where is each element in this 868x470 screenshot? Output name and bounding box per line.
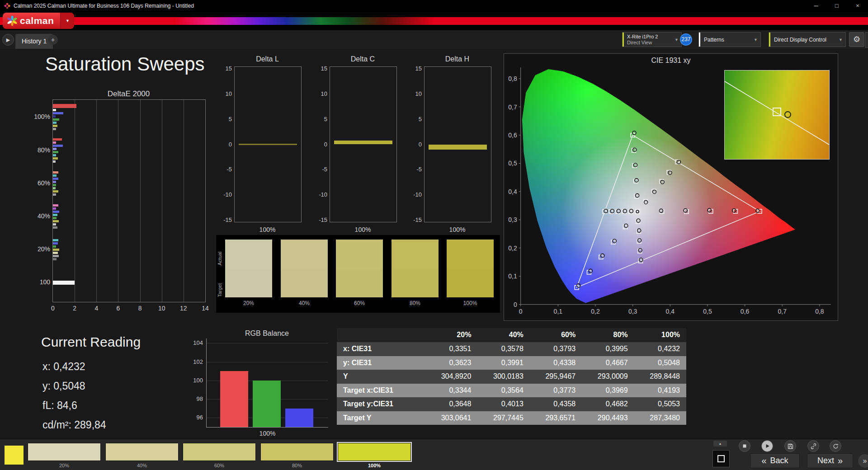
refresh-icon xyxy=(832,443,839,450)
table-cell: 0,3578 xyxy=(477,342,529,356)
window-icon xyxy=(717,455,725,462)
sweep-swatch xyxy=(336,240,383,297)
cie-chart-title: CIE 1931 xy xyxy=(504,56,838,65)
table-cell: 0,4667 xyxy=(582,356,634,370)
rgb-bar xyxy=(285,409,313,427)
next-button[interactable]: Next » xyxy=(807,453,853,468)
close-button[interactable]: × xyxy=(847,0,868,12)
pattern-level-button[interactable] xyxy=(183,443,256,461)
actual-swatch xyxy=(447,240,494,268)
refresh-button[interactable] xyxy=(830,440,841,452)
delta-l-xlabel: 100% xyxy=(234,226,301,233)
swatch-percent-label: 40% xyxy=(281,300,328,306)
deltae-bar xyxy=(53,118,59,121)
x-axis-tick: 12 xyxy=(178,305,189,312)
svg-text:0,5: 0,5 xyxy=(508,160,517,167)
svg-text:0,8: 0,8 xyxy=(815,308,824,315)
svg-text:0,4: 0,4 xyxy=(666,308,675,315)
deltae-bar xyxy=(53,109,56,111)
y-axis-tick: -15 xyxy=(312,216,327,223)
page-forward-button[interactable]: » xyxy=(858,454,868,468)
pattern-level-button[interactable] xyxy=(260,443,334,461)
deltae-bar xyxy=(53,171,58,174)
deltae-bar xyxy=(53,138,62,141)
meter-select[interactable]: X-Rite i1Pro 2 Direct View ▼ xyxy=(622,32,682,47)
target-point-marker xyxy=(773,108,781,116)
svg-text:0,3: 0,3 xyxy=(508,216,517,223)
history-nav-button[interactable]: ▶ xyxy=(2,34,14,46)
sweep-swatch xyxy=(447,240,494,297)
x-axis-tick: 2 xyxy=(69,305,80,312)
x-axis-tick: 0 xyxy=(47,305,58,312)
x-axis-tick: 14 xyxy=(200,305,211,312)
swatch-percent-label: 80% xyxy=(392,300,439,306)
deltae-bar xyxy=(53,226,57,229)
sweep-swatch xyxy=(225,240,272,297)
calman-menu-button[interactable]: calman ▼ xyxy=(3,13,74,29)
save-button[interactable] xyxy=(784,440,796,452)
x-axis-tick: 6 xyxy=(113,305,123,312)
link-meter-button[interactable] xyxy=(807,440,819,452)
deltae-bar xyxy=(53,281,75,285)
deltae-bar xyxy=(53,160,56,163)
deltae-bar xyxy=(53,141,56,144)
calman-logo[interactable]: calman xyxy=(3,13,60,29)
svg-text:0,3: 0,3 xyxy=(628,308,637,315)
gridline xyxy=(140,100,141,302)
deltae-bar xyxy=(53,104,76,108)
calman-menu-dropdown[interactable]: ▼ xyxy=(60,13,74,29)
stop-button[interactable] xyxy=(739,440,750,452)
scroll-up-icon[interactable]: ▲ xyxy=(713,441,727,446)
deltae-bar xyxy=(53,249,59,251)
deltae-bar xyxy=(53,128,56,130)
settings-gear-button[interactable]: ⚙ xyxy=(849,32,864,47)
patterns-select[interactable]: Patterns ▼ xyxy=(698,32,761,47)
deltae-bar xyxy=(53,220,59,222)
pattern-level-label: 100% xyxy=(338,463,411,468)
pattern-level-button[interactable] xyxy=(338,443,411,461)
table-cell: 0,3623 xyxy=(425,356,477,370)
actual-target-swatch-panel: Actual Target 20%40%60%80%100% xyxy=(216,235,500,313)
window-title: Calman 2025 Calman Ultimate for Business… xyxy=(14,3,806,9)
deltae-bar xyxy=(53,223,56,226)
target-row-label: Target xyxy=(217,277,222,304)
deltae-group-label: 40% xyxy=(26,212,50,220)
y-axis-tick: -5 xyxy=(406,166,422,173)
table-row-label: y: CIE31 xyxy=(337,356,425,370)
table-cell: 289,8448 xyxy=(634,370,686,384)
delta-bar xyxy=(334,141,392,145)
patterns-label: Patterns xyxy=(700,37,724,43)
y-axis-tick: 0 xyxy=(312,141,327,148)
display-control-select[interactable]: Direct Display Control ▼ xyxy=(769,32,846,47)
tab-history-1[interactable]: History 1 xyxy=(15,34,53,49)
gridline xyxy=(162,100,162,302)
pattern-level-button[interactable] xyxy=(105,443,179,461)
deltae-group-label: 100 xyxy=(26,278,50,286)
actual-swatch xyxy=(225,240,272,268)
y-axis-tick: 5 xyxy=(312,116,327,122)
y-axis-tick: -15 xyxy=(406,216,422,223)
add-tab-button[interactable]: + xyxy=(48,35,58,45)
table-cell: 0,3793 xyxy=(530,342,582,356)
measurement-table: 20%40%60%80%100%x: CIE310,33510,35780,37… xyxy=(337,328,686,425)
deltae-bar xyxy=(53,187,56,189)
minimize-button[interactable]: ─ xyxy=(806,0,826,12)
play-button[interactable] xyxy=(761,440,773,452)
table-column-header: 80% xyxy=(582,328,634,342)
table-cell: 0,4358 xyxy=(530,397,582,411)
cie-1931-chart: 000,10,10,20,20,30,30,40,40,50,50,60,60,… xyxy=(504,53,838,321)
chevron-left-icon: « xyxy=(761,456,766,466)
workflow-panel-handle[interactable] xyxy=(865,32,868,48)
pattern-level-button[interactable] xyxy=(28,443,101,461)
deltae-bar xyxy=(53,204,58,207)
y-axis-tick: 5 xyxy=(217,116,232,122)
restore-button[interactable]: □ xyxy=(826,0,847,12)
y-axis-tick: 10 xyxy=(217,90,232,97)
table-cell: 0,3991 xyxy=(477,356,529,370)
x-axis-tick: 4 xyxy=(91,305,102,312)
pattern-window-preview[interactable] xyxy=(5,446,24,465)
y-axis-tick: 104 xyxy=(188,339,203,346)
gridline xyxy=(96,100,97,302)
back-button[interactable]: « Back xyxy=(750,453,800,468)
pattern-window-button[interactable] xyxy=(712,450,730,467)
